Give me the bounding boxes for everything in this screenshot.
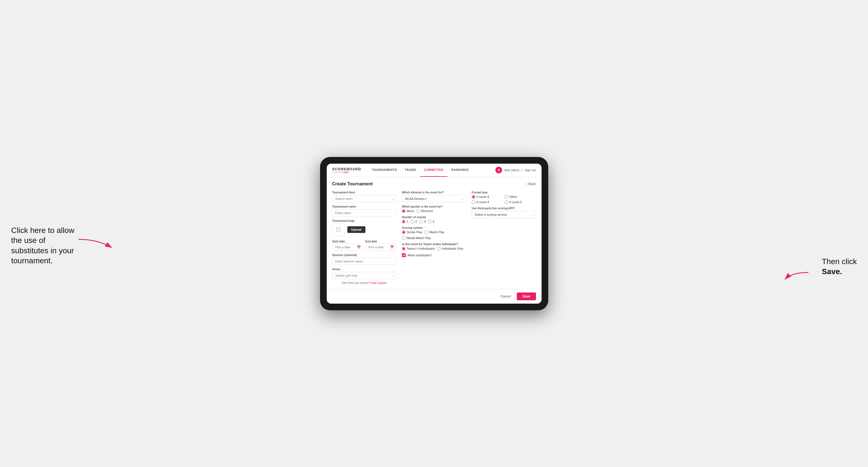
round-1[interactable]: 1 bbox=[402, 220, 408, 223]
nav-committee[interactable]: COMMITTEE bbox=[420, 164, 447, 177]
format-type-group: Format type 5 count 4 Other bbox=[472, 191, 536, 204]
arrow-left-svg bbox=[76, 237, 115, 253]
substitutes-group: Allow substitutes? bbox=[402, 253, 466, 257]
division-select-wrapper: NCAA Division I NCAA Division II NCAA Di… bbox=[402, 195, 466, 202]
tournament-name-input[interactable] bbox=[332, 209, 397, 217]
scoring-match[interactable]: Match Play bbox=[425, 230, 444, 234]
round-3-radio[interactable] bbox=[419, 220, 423, 223]
format-5c4-label: 5 count 4 bbox=[476, 195, 489, 198]
venue-input[interactable] bbox=[332, 272, 397, 279]
scoring-system-radio-group: Stroke Play Match Play Medal Match Play bbox=[402, 230, 466, 240]
scoring-api-select[interactable]: Select a scoring service bbox=[472, 211, 536, 218]
scoring-api-select-wrapper: Select a scoring service bbox=[472, 211, 536, 218]
nav-teams[interactable]: TEAMS bbox=[401, 164, 420, 177]
save-button[interactable]: Save bbox=[517, 292, 536, 300]
start-date-calendar-icon: 📅 bbox=[357, 245, 361, 249]
cancel-button[interactable]: Cancel bbox=[497, 292, 514, 300]
scoring-stroke[interactable]: Stroke Play bbox=[402, 230, 422, 234]
round-2-radio[interactable] bbox=[410, 220, 414, 223]
nav-tournaments[interactable]: TOURNAMENTS bbox=[368, 164, 401, 177]
round-2[interactable]: 2 bbox=[410, 220, 417, 223]
event-individuals[interactable]: Individuals Only bbox=[437, 247, 463, 250]
tablet-frame: SCOREBOARD Powered by clippd TOURNAMENTS… bbox=[320, 157, 548, 310]
sponsor-group: Sponsor (optional) bbox=[332, 253, 397, 265]
event-type-group: Is this event for Teams and/or Individua… bbox=[402, 243, 466, 250]
format-6c5[interactable]: 6 count 5 bbox=[504, 200, 536, 204]
division-select[interactable]: NCAA Division I NCAA Division II NCAA Di… bbox=[402, 195, 466, 202]
scoring-medal[interactable]: Medal Match Play bbox=[402, 236, 431, 240]
round-4-label: 4 bbox=[433, 220, 434, 223]
format-6c5-label: 6 count 5 bbox=[509, 200, 522, 204]
arrow-right-svg bbox=[783, 270, 811, 284]
venue-group: Venue Can't find your venue? email suppo… bbox=[332, 268, 397, 284]
round-3[interactable]: 3 bbox=[419, 220, 426, 223]
round-1-radio[interactable] bbox=[402, 220, 405, 223]
page-title: Create Tournament bbox=[332, 182, 373, 186]
venue-email-link[interactable]: email support bbox=[370, 281, 387, 284]
gender-womens[interactable]: Womens bbox=[416, 209, 433, 213]
format-6c5-radio[interactable] bbox=[504, 200, 508, 204]
rounds-group: Number of rounds 1 2 bbox=[402, 216, 466, 223]
annotation-right: Then click Save. bbox=[822, 257, 857, 277]
round-1-label: 1 bbox=[407, 220, 408, 223]
round-4[interactable]: 4 bbox=[428, 220, 434, 223]
logo-scoreboard: SCOREBOARD bbox=[332, 167, 361, 171]
end-date-label: End date bbox=[365, 240, 377, 243]
format-5c4[interactable]: 5 count 4 bbox=[472, 195, 503, 199]
user-name: blair admin bbox=[504, 168, 519, 172]
gender-radio-group: Mens Womens bbox=[402, 209, 466, 213]
format-6c4[interactable]: 6 count 4 bbox=[472, 200, 503, 204]
format-type-grid: 5 count 4 Other 6 count 4 bbox=[472, 195, 536, 204]
event-type-radio-group: Teams (+Individuals) Individuals Only bbox=[402, 247, 466, 250]
substitutes-checkbox[interactable] bbox=[402, 253, 406, 257]
back-link[interactable]: ‹ Back bbox=[526, 182, 536, 186]
event-teams-label: Teams (+Individuals) bbox=[407, 247, 435, 250]
gender-womens-radio[interactable] bbox=[416, 209, 420, 213]
form-footer: Cancel Save bbox=[327, 289, 541, 304]
scoring-match-label: Match Play bbox=[429, 230, 444, 234]
end-date-calendar-icon: 📅 bbox=[390, 245, 394, 249]
format-type-label: Format type bbox=[472, 191, 536, 194]
event-individuals-label: Individuals Only bbox=[442, 247, 463, 250]
round-2-label: 2 bbox=[415, 220, 417, 223]
nav-rankings[interactable]: RANKINGS bbox=[447, 164, 473, 177]
gender-mens[interactable]: Mens bbox=[402, 209, 414, 213]
scoring-stroke-radio[interactable] bbox=[402, 230, 405, 234]
event-individuals-radio[interactable] bbox=[437, 247, 440, 250]
rounds-label: Number of rounds bbox=[402, 216, 466, 219]
nav-user: B blair admin | Sign out bbox=[495, 167, 536, 174]
upload-button[interactable]: Upload bbox=[347, 226, 365, 233]
form-col-3: Format type 5 count 4 Other bbox=[472, 191, 536, 284]
round-4-radio[interactable] bbox=[428, 220, 432, 223]
user-separator: | bbox=[522, 168, 522, 172]
svg-point-1 bbox=[337, 228, 338, 229]
substitutes-checkbox-item[interactable]: Allow substitutes? bbox=[402, 253, 466, 257]
tournament-name-group: Tournament name bbox=[332, 205, 397, 217]
venue-select-wrapper bbox=[332, 272, 397, 279]
nav-bar: SCOREBOARD Powered by clippd TOURNAMENTS… bbox=[327, 164, 541, 177]
tournament-name-label: Tournament name bbox=[332, 205, 397, 208]
format-5c4-radio[interactable] bbox=[472, 195, 475, 199]
scoring-medal-label: Medal Match Play bbox=[407, 236, 431, 240]
scoring-medal-radio[interactable] bbox=[402, 236, 405, 240]
avatar: B bbox=[495, 167, 502, 174]
event-teams[interactable]: Teams (+Individuals) bbox=[402, 247, 435, 250]
format-6c4-radio[interactable] bbox=[472, 200, 475, 204]
format-other-label: Other bbox=[509, 195, 517, 198]
end-date-wrapper: 📅 bbox=[365, 244, 396, 251]
venue-note: Can't find your venue? email support bbox=[332, 281, 397, 284]
tournament-host-input[interactable] bbox=[332, 195, 397, 202]
scoring-match-radio[interactable] bbox=[425, 230, 428, 234]
format-other-radio[interactable] bbox=[504, 195, 508, 199]
format-other[interactable]: Other bbox=[504, 195, 536, 199]
gender-mens-radio[interactable] bbox=[402, 209, 405, 213]
form-col-1: Tournament Host Tournament name Tourname… bbox=[332, 191, 397, 284]
scoring-stroke-label: Stroke Play bbox=[407, 230, 422, 234]
start-date-label: Start date bbox=[332, 240, 345, 243]
dates-group: Start date 📅 End date bbox=[332, 239, 397, 251]
scoring-system-label: Scoring system bbox=[402, 226, 466, 229]
annotation-left: Click here to allow the use of substitut… bbox=[11, 225, 84, 266]
sign-out-link[interactable]: Sign out bbox=[525, 168, 536, 172]
event-teams-radio[interactable] bbox=[402, 247, 405, 250]
sponsor-input[interactable] bbox=[332, 258, 397, 265]
